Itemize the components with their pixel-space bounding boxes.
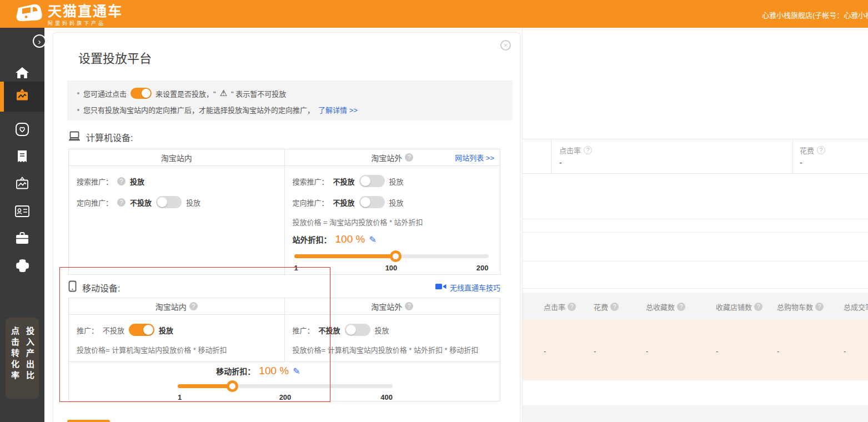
- price-formula: 投放价格= 计算机淘宝站内投放价格 * 站外折扣 * 移动折扣: [293, 346, 479, 355]
- discount-label: 站外折扣：: [293, 234, 332, 245]
- column-header: 总收藏数?: [646, 302, 685, 312]
- header-text: 淘宝站内: [155, 301, 187, 312]
- video-camera-icon: [435, 283, 446, 292]
- briefcase-icon: [15, 232, 29, 247]
- account-name[interactable]: 心雅小栈旗舰店(子帐号：心雅小栈: [762, 9, 868, 20]
- target-promo-row: 定向推广： ? 不投放 投放: [77, 196, 200, 208]
- slider-handle[interactable]: [390, 250, 402, 262]
- stat-value-ctr: -: [559, 158, 562, 167]
- sidebar-item-tools[interactable]: [0, 225, 44, 253]
- discount-value: 100 %: [335, 233, 365, 245]
- search-promo-row: 搜索推广： ? 投放: [77, 175, 144, 187]
- toggle-knob[interactable]: [360, 197, 370, 207]
- sidebar-item-creatives[interactable]: [0, 171, 44, 199]
- divider: [523, 232, 868, 233]
- close-icon[interactable]: ×: [500, 40, 511, 51]
- logo-title: 天猫直通车: [48, 4, 123, 19]
- toggle-knob[interactable]: [360, 176, 370, 186]
- tip-text: 您只有投放淘宝站内的定向推广后，才能选择投放淘宝站外的定向推广，: [83, 104, 314, 115]
- help-icon[interactable]: ?: [815, 303, 824, 311]
- background-table-header: 点击率? 花费? 总收藏数? 收藏店铺数? 总购物车数? 总成交笔: [523, 293, 868, 319]
- state-on-label: 投放: [186, 197, 200, 208]
- toggle-knob[interactable]: [346, 325, 356, 335]
- cell-value: -: [594, 347, 596, 355]
- help-icon[interactable]: ?: [610, 303, 619, 311]
- help-icon[interactable]: ?: [117, 198, 126, 207]
- edit-pencil-icon[interactable]: ✎: [369, 234, 376, 245]
- help-icon[interactable]: ?: [677, 303, 685, 311]
- background-footer-strip: [523, 405, 868, 422]
- tmall-train-logo-icon: [14, 2, 43, 28]
- phone-icon: [68, 280, 77, 294]
- price-formula: 投放价格= 计算机淘宝站内投放价格 * 移动折扣: [77, 346, 227, 355]
- toggle-knob[interactable]: [143, 325, 153, 335]
- stat-label-ctr: 点击率 ?: [559, 145, 592, 155]
- column-header-text: 总成交笔: [844, 302, 868, 312]
- help-icon[interactable]: ?: [568, 303, 576, 311]
- computer-table-header: 淘宝站内 淘宝站外 ? 网站列表 >>: [69, 149, 500, 166]
- header-text: 淘宝站外: [371, 152, 402, 163]
- slider-handle[interactable]: [227, 380, 238, 392]
- campaign-banner-icon: [14, 88, 30, 105]
- mobile-section-heading: 移动设备:: [68, 280, 120, 294]
- app-logo[interactable]: 天猫直通车 阿里妈妈旗下产品: [14, 2, 123, 28]
- sidebar-item-reports[interactable]: [0, 144, 44, 172]
- help-icon[interactable]: ?: [189, 302, 198, 310]
- sidebar-item-campaign[interactable]: [0, 82, 44, 112]
- computer-platform-table: 淘宝站内 淘宝站外 ? 网站列表 >> 搜索推广： ? 投放 定向推广：: [68, 149, 500, 275]
- laptop-icon: [68, 131, 81, 144]
- offsite-search-toggle[interactable]: [359, 175, 385, 187]
- scale-max: 400: [380, 393, 393, 401]
- computer-table-body: 搜索推广： ? 投放 定向推广： ? 不投放 投放 搜索推广：: [69, 166, 500, 275]
- id-card-icon: [14, 205, 30, 220]
- mobile-discount-line: 移动折扣： 100 % ✎: [216, 364, 300, 378]
- example-toggle-icon: [131, 88, 152, 99]
- mobile-onsite-toggle[interactable]: [129, 324, 154, 336]
- column-header: 总成交笔: [844, 302, 868, 312]
- row-label: 定向推广：: [77, 197, 113, 208]
- offsite-target-toggle[interactable]: [359, 196, 385, 208]
- cell-value: -: [777, 347, 779, 355]
- mobile-table-body: 推广： 不投放 投放 投放价格= 计算机淘宝站内投放价格 * 移动折扣 推广： …: [69, 315, 500, 361]
- mobile-table-header: 淘宝站内 ? 淘宝站外 ?: [69, 298, 500, 315]
- edit-pencil-icon[interactable]: ✎: [293, 366, 300, 376]
- state-on-label: 投放: [389, 197, 404, 208]
- header-taobao-onsite: 淘宝站内 ?: [69, 298, 284, 314]
- help-icon[interactable]: ?: [817, 146, 825, 154]
- help-icon[interactable]: ?: [584, 146, 592, 154]
- scale-max: 200: [476, 264, 489, 272]
- learn-more-link[interactable]: 了解详情 >>: [318, 104, 358, 115]
- sidebar-item-favorites[interactable]: [0, 117, 44, 144]
- tab-click-conversion-rate[interactable]: 点击转化率: [9, 326, 21, 399]
- mobile-discount-slider[interactable]: [178, 384, 393, 388]
- state-off-label: 不投放: [333, 197, 355, 208]
- platform-settings-dialog: × 设置投放平台 您可通过点击 来设置是否投放，" ⚠ " 表示暂不可投放 您只…: [53, 32, 520, 422]
- help-icon[interactable]: ?: [117, 177, 126, 185]
- sidebar-item-community[interactable]: [0, 253, 44, 280]
- discount-label: 移动折扣：: [216, 365, 255, 376]
- tip-text: 来设置是否投放，": [155, 88, 216, 99]
- header-text: 淘宝站内: [161, 152, 192, 163]
- background-report-panel: 点击率 ? - 花费 ? - 点击率? 花费? 总收藏数? 收藏店铺数? 总购物…: [522, 28, 868, 422]
- video-link-text: 无线直通车技巧: [450, 282, 500, 293]
- sidebar-item-audience[interactable]: [0, 198, 44, 226]
- row-label: 推广：: [77, 325, 98, 335]
- toggle-knob[interactable]: [157, 197, 167, 207]
- scale-mid: 100: [294, 264, 489, 272]
- wireless-tips-link[interactable]: 无线直通车技巧: [435, 282, 500, 293]
- sidebar-collapse-icon[interactable]: ›: [33, 34, 46, 48]
- column-header-text: 点击率: [544, 302, 565, 312]
- confirm-button[interactable]: [67, 420, 110, 422]
- tip-text: " 表示暂不可投放: [231, 88, 286, 99]
- bullet-icon: [77, 109, 79, 111]
- help-icon[interactable]: ?: [405, 153, 413, 162]
- target-promo-toggle[interactable]: [156, 196, 182, 208]
- mobile-discount-row: 移动折扣： 100 % ✎ 1 200 400: [69, 361, 500, 403]
- help-icon[interactable]: ?: [405, 302, 413, 310]
- website-list-link[interactable]: 网站列表 >>: [455, 152, 494, 163]
- tab-roi[interactable]: 投入产出比: [24, 326, 36, 399]
- help-icon[interactable]: ?: [754, 303, 762, 311]
- offsite-discount-slider[interactable]: [294, 254, 489, 258]
- mobile-offsite-toggle[interactable]: [345, 324, 370, 336]
- column-header: 花费?: [594, 302, 619, 312]
